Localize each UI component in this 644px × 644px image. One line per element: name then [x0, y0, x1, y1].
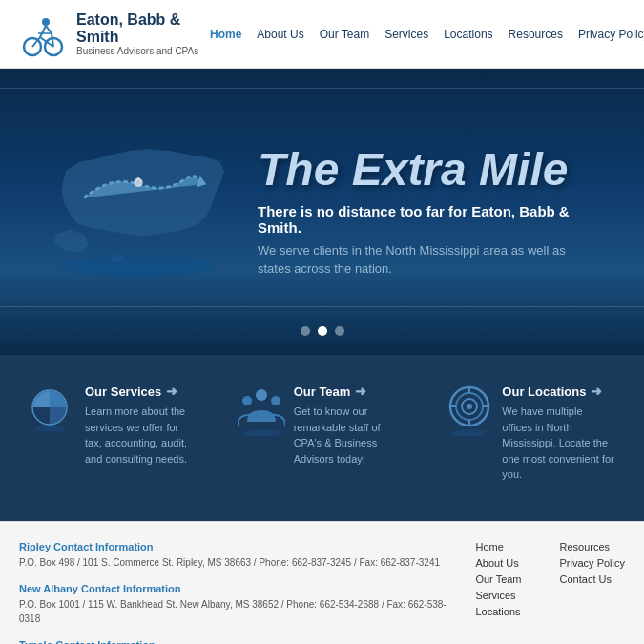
hero-divider-bottom	[0, 306, 644, 307]
hero-map	[38, 116, 239, 307]
svg-point-20	[452, 429, 487, 436]
slide-dot-3[interactable]	[335, 326, 344, 336]
svg-point-2	[42, 18, 50, 26]
footer: Ripley Contact Information P.O. Box 498 …	[0, 521, 644, 645]
svg-point-11	[242, 429, 280, 436]
service-desc-services: Learn more about the services we offer f…	[85, 404, 198, 467]
ripley-contact-title[interactable]: Ripley Contact Information	[19, 541, 456, 552]
hero-section: The Extra Mile There is no distance too …	[0, 69, 644, 355]
hero-content: The Extra Mile There is no distance too …	[239, 145, 606, 279]
svg-point-5	[61, 255, 216, 277]
footer-nav-contact[interactable]: Contact Us	[560, 573, 625, 585]
svg-point-10	[271, 396, 280, 405]
new-albany-contact: New Albany Contact Information P.O. Box …	[19, 583, 456, 626]
logo-text-area: Eaton, Babb & Smith Business Advisors an…	[76, 11, 210, 56]
services-icon	[29, 384, 72, 426]
new-albany-contact-info: P.O. Box 1001 / 115 W. Bankhead St. New …	[19, 597, 456, 626]
services-section: Our Services ➜ Learn more about the serv…	[0, 355, 644, 502]
footer-nav-home[interactable]: Home	[475, 541, 521, 552]
logo-icon	[19, 10, 67, 58]
service-card-team: Our Team ➜ Get to know our remarkable st…	[238, 384, 407, 483]
svg-point-4	[134, 178, 143, 188]
team-icon	[238, 384, 280, 426]
slide-dot-2[interactable]	[318, 326, 327, 336]
service-desc-locations: We have multiple offices in North Missis…	[502, 404, 615, 483]
tupelo-contact-title[interactable]: Tupelo Contact Information	[19, 639, 456, 645]
nav-privacy[interactable]: Privacy Policy	[578, 28, 644, 41]
logo-area: Eaton, Babb & Smith Business Advisors an…	[19, 10, 210, 58]
svg-point-7	[34, 426, 65, 431]
slider-dots	[301, 326, 344, 336]
header: Eaton, Babb & Smith Business Advisors an…	[0, 0, 644, 69]
tupelo-contact: Tupelo Contact Information	[19, 639, 456, 645]
services-arrow: ➜	[166, 384, 177, 399]
company-name: Eaton, Babb & Smith	[76, 11, 210, 46]
service-card-locations: Our Locations ➜ We have multiple offices…	[446, 384, 615, 483]
service-divider-2	[426, 384, 426, 483]
team-arrow: ➜	[355, 384, 366, 399]
nav-home[interactable]: Home	[210, 28, 241, 41]
nav-team[interactable]: Our Team	[320, 28, 369, 41]
service-divider-1	[218, 384, 218, 483]
hero-title: The Extra Mile	[258, 145, 606, 196]
service-card-services: Our Services ➜ Learn more about the serv…	[29, 384, 198, 483]
slide-dot-1[interactable]	[301, 326, 310, 336]
nav-resources[interactable]: Resources	[509, 28, 563, 41]
service-desc-team: Get to know our remarkable staff of CPA'…	[294, 404, 407, 467]
service-title-team[interactable]: Our Team ➜	[294, 384, 407, 399]
svg-point-15	[467, 404, 472, 409]
service-title-locations[interactable]: Our Locations ➜	[502, 384, 615, 399]
service-text-team: Our Team ➜ Get to know our remarkable st…	[294, 384, 407, 467]
hero-divider-top	[0, 88, 644, 89]
nav-about[interactable]: About Us	[257, 28, 303, 41]
footer-nav-services[interactable]: Services	[475, 590, 521, 601]
footer-nav-locations[interactable]: Locations	[475, 606, 521, 617]
service-title-services[interactable]: Our Services ➜	[85, 384, 198, 399]
ripley-contact: Ripley Contact Information P.O. Box 498 …	[19, 541, 456, 570]
footer-nav-col1: Home About Us Our Team Services Location…	[475, 541, 521, 645]
svg-point-8	[256, 389, 267, 401]
footer-nav-privacy[interactable]: Privacy Policy	[560, 557, 625, 569]
locations-icon	[446, 384, 488, 426]
footer-nav-resources[interactable]: Resources	[560, 541, 625, 552]
svg-point-9	[242, 396, 252, 405]
footer-nav-col2: Resources Privacy Policy Contact Us	[560, 541, 625, 645]
nav-services[interactable]: Services	[384, 28, 428, 41]
service-text-locations: Our Locations ➜ We have multiple offices…	[502, 384, 615, 483]
hero-subtitle: There is no distance too far for Eaton, …	[258, 203, 606, 236]
locations-arrow: ➜	[591, 384, 602, 399]
footer-left: Ripley Contact Information P.O. Box 498 …	[19, 541, 456, 645]
main-nav: Home About Us Our Team Services Location…	[210, 28, 644, 41]
nav-locations[interactable]: Locations	[444, 28, 492, 41]
footer-nav-about[interactable]: About Us	[475, 557, 521, 569]
new-albany-contact-title[interactable]: New Albany Contact Information	[19, 583, 456, 594]
ripley-contact-info: P.O. Box 498 / 101 S. Commerce St. Riple…	[19, 555, 456, 570]
logo-tagline: Business Advisors and CPAs	[76, 46, 210, 56]
footer-nav-team[interactable]: Our Team	[475, 573, 521, 585]
hero-description: We serve clients in the North Mississipp…	[258, 241, 606, 279]
services-bottom-spacer	[0, 502, 644, 521]
footer-right: Home About Us Our Team Services Location…	[475, 541, 625, 645]
service-text-services: Our Services ➜ Learn more about the serv…	[85, 384, 198, 467]
